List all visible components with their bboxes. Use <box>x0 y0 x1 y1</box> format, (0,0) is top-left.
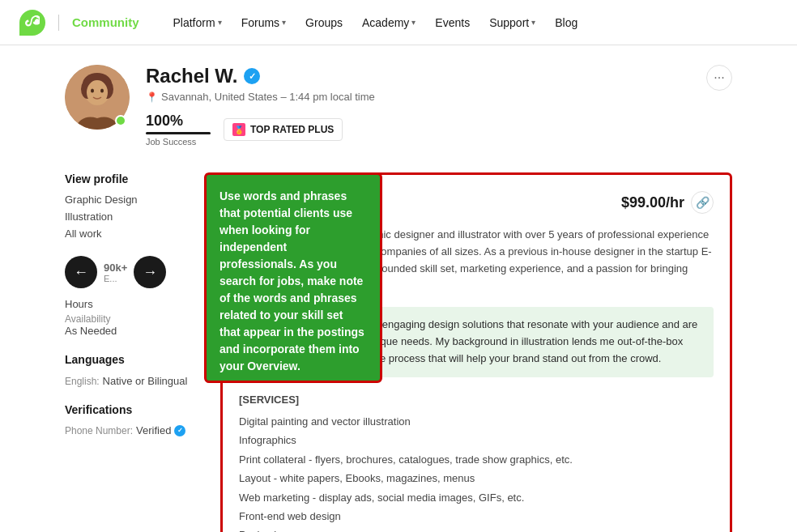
languages-heading: Languages <box>65 353 194 366</box>
english-lang: English: Native or Bilingual <box>65 374 194 387</box>
profile-stats: 100% Job Success TOP RATED PLUS <box>146 113 732 147</box>
svg-point-8 <box>100 89 104 93</box>
hours-label: Hours <box>65 298 194 310</box>
languages-section: Languages English: Native or Bilingual <box>65 353 194 387</box>
verified-check-icon <box>174 425 185 436</box>
profile-info: Rachel W. 📍 Savannah, United States – 1:… <box>146 65 732 147</box>
service-price: $99.00/hr <box>621 194 684 211</box>
english-value: Native or Bilingual <box>103 375 188 387</box>
main-nav: Community Platform ▾ Forums ▾ Groups Aca… <box>0 0 797 45</box>
service-line-6: Front-end web design <box>239 507 714 526</box>
nav-events[interactable]: Events <box>427 10 478 36</box>
tooltip-text: Use words and phrases that potential cli… <box>219 189 364 372</box>
top-rated-icon <box>232 123 245 136</box>
location-icon: 📍 <box>146 92 158 103</box>
logo-area: Community <box>19 10 139 36</box>
next-arrow-button[interactable]: → <box>134 256 166 288</box>
logo-icon <box>19 10 45 36</box>
stat-label: E... <box>104 274 127 283</box>
stat-90k: 90k+ <box>104 262 127 274</box>
nav-platform[interactable]: Platform ▾ <box>165 10 230 36</box>
verifications-heading: Verifications <box>65 403 194 416</box>
success-percentage: 100% <box>146 113 211 130</box>
job-success-block: 100% Job Success <box>146 113 211 147</box>
profile-main: Use words and phrases that potential cli… <box>220 172 732 532</box>
avatar-wrap <box>65 65 130 130</box>
service-line-4: Layout - white papers, Ebooks, magazines… <box>239 469 714 487</box>
nav-support[interactable]: Support ▾ <box>481 10 543 36</box>
top-rated-text: TOP RATED PLUS <box>250 124 334 135</box>
tooltip-overlay: Use words and phrases that potential cli… <box>204 172 382 383</box>
sidebar-view-profile-heading: View profile <box>65 172 194 185</box>
hours-section: Hours Availability As Needed <box>65 298 194 337</box>
view-profile-section: View profile Graphic Design Illustration… <box>65 172 194 240</box>
service-rate: $99.00/hr 🔗 <box>621 191 714 214</box>
platform-chevron: ▾ <box>218 18 222 27</box>
nav-arrows: ← 90k+ E... → <box>65 256 194 288</box>
services-header: [SERVICES] <box>239 390 714 409</box>
nav-forums[interactable]: Forums ▾ <box>233 10 294 36</box>
service-line-2: Infographics <box>239 431 714 449</box>
sidebar: View profile Graphic Design Illustration… <box>65 172 194 532</box>
nav-links: Platform ▾ Forums ▾ Groups Academy ▾ Eve… <box>165 10 778 36</box>
top-rated-badge: TOP RATED PLUS <box>224 118 343 141</box>
phone-value: Verified <box>136 424 171 436</box>
svg-point-7 <box>91 89 94 93</box>
nav-blog[interactable]: Blog <box>547 10 586 36</box>
availability-value: As Needed <box>65 325 194 337</box>
support-chevron: ▾ <box>531 18 535 27</box>
profile-body: View profile Graphic Design Illustration… <box>65 172 732 532</box>
service-line-1: Digital painting and vector illustration <box>239 412 714 431</box>
service-line-5: Web marketing - display ads, social medi… <box>239 488 714 507</box>
sidebar-item-graphic[interactable]: Graphic Design <box>65 194 194 206</box>
availability-label: Availability <box>65 313 194 325</box>
verified-badge <box>244 68 260 84</box>
phone-verification: Phone Number: Verified <box>65 424 194 436</box>
nav-divider <box>58 15 59 31</box>
profile-location: 📍 Savannah, United States – 1:44 pm loca… <box>146 91 732 103</box>
academy-chevron: ▾ <box>411 18 416 27</box>
success-label: Job Success <box>146 137 211 147</box>
profile-header: Rachel W. 📍 Savannah, United States – 1:… <box>65 65 732 147</box>
sidebar-item-all[interactable]: All work <box>65 228 194 240</box>
forums-chevron: ▾ <box>282 18 286 27</box>
profile-name: Rachel W. <box>146 65 732 87</box>
success-bar <box>146 132 211 134</box>
prev-arrow-button[interactable]: ← <box>65 256 97 288</box>
svg-point-6 <box>87 80 108 104</box>
sidebar-item-illustration[interactable]: Illustration <box>65 211 194 223</box>
service-line-3: Print collateral - flyers, brochures, ca… <box>239 450 714 469</box>
nav-groups[interactable]: Groups <box>297 10 351 36</box>
nav-academy[interactable]: Academy ▾ <box>354 10 424 36</box>
verifications-section: Verifications Phone Number: Verified <box>65 403 194 436</box>
phone-label: Phone Number: <box>65 425 133 436</box>
online-indicator <box>115 115 126 126</box>
success-bar-fill <box>146 132 211 134</box>
more-options-button[interactable]: ··· <box>706 65 732 91</box>
community-label: Community <box>72 15 139 29</box>
share-link-button[interactable]: 🔗 <box>691 191 714 214</box>
english-label: English: <box>65 376 100 387</box>
page-content: Rachel W. 📍 Savannah, United States – 1:… <box>0 45 797 532</box>
service-line-7: Packaging <box>239 526 714 532</box>
service-details: [SERVICES] Digital painting and vector i… <box>239 390 714 532</box>
